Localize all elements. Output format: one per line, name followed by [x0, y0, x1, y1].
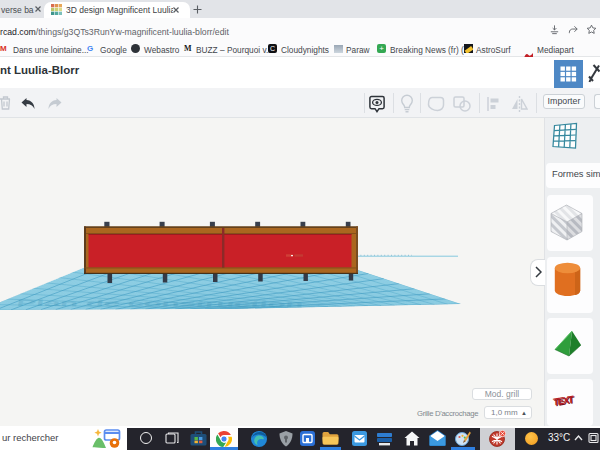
svg-text:Plan de construction: Plan de construction [16, 298, 304, 309]
